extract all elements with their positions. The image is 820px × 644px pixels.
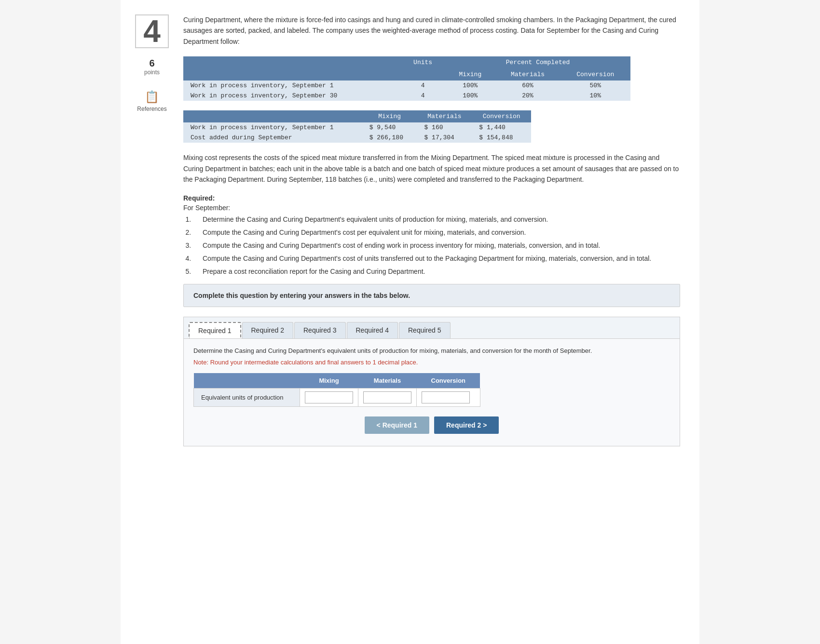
- answer-table: Mixing Materials Conversion Equivalent u…: [193, 373, 480, 407]
- cost-materials-header: Materials: [417, 110, 472, 122]
- materials-input-cell[interactable]: [358, 388, 417, 406]
- mixing-answer-input[interactable]: [305, 391, 353, 403]
- empty-subheader: [183, 68, 400, 80]
- row2-materials: 20%: [495, 91, 560, 101]
- percent-completed-table: Units Percent Completed Mixing Materials…: [183, 56, 630, 101]
- references-section[interactable]: 📋 References: [137, 90, 166, 112]
- next-button[interactable]: Required 2 >: [434, 416, 499, 434]
- conversion-input-cell[interactable]: [417, 388, 480, 406]
- table-row: Cost added during September $ 266,180 $ …: [183, 133, 531, 143]
- cost-row1-materials: $ 160: [417, 122, 472, 133]
- mixing-header: Mixing: [445, 68, 495, 80]
- cost-row2-materials: $ 17,304: [417, 133, 472, 143]
- answer-conversion-header: Conversion: [417, 373, 480, 389]
- answer-mixing-header: Mixing: [300, 373, 358, 389]
- note-text: Note: Round your intermediate calculatio…: [193, 359, 670, 366]
- materials-header: Materials: [495, 68, 560, 80]
- points-section: 6 points: [144, 58, 160, 76]
- prev-button[interactable]: < Required 1: [365, 416, 429, 434]
- equivalent-units-label: Equivalent units of production: [194, 388, 300, 406]
- cost-row2-mixing: $ 266,180: [362, 133, 417, 143]
- required-subtitle: For September:: [183, 204, 680, 212]
- list-item: Compute the Casing and Curing Department…: [193, 228, 680, 238]
- list-item: Compute the Casing and Curing Department…: [193, 254, 680, 264]
- cost-conversion-header: Conversion: [472, 110, 531, 122]
- nav-buttons: < Required 1 Required 2 >: [193, 416, 670, 439]
- cost-row1-label: Work in process inventory, September 1: [183, 122, 362, 133]
- percent-completed-header: Percent Completed: [445, 56, 630, 68]
- points-number: 6: [144, 58, 160, 69]
- tab-required-3[interactable]: Required 3: [294, 322, 346, 338]
- answer-materials-header: Materials: [358, 373, 417, 389]
- answer-row: Equivalent units of production: [194, 388, 480, 406]
- row1-mixing: 100%: [445, 80, 495, 91]
- conversion-answer-input[interactable]: [422, 391, 470, 403]
- row1-materials: 60%: [495, 80, 560, 91]
- empty-header: [183, 56, 400, 68]
- tab-required-4[interactable]: Required 4: [347, 322, 398, 338]
- question-number: 4: [135, 14, 169, 48]
- row2-conversion: 10%: [560, 91, 631, 101]
- row1-units: 4: [400, 80, 445, 91]
- materials-answer-input[interactable]: [363, 391, 411, 403]
- intro-text: Curing Department, where the mixture is …: [183, 14, 680, 47]
- row1-label: Work in process inventory, September 1: [183, 80, 400, 91]
- cost-row2-label: Cost added during September: [183, 133, 362, 143]
- complete-box-title: Complete this question by entering your …: [193, 292, 670, 299]
- tabs-container: Required 1 Required 2 Required 3 Require…: [183, 317, 680, 446]
- tab-required-1[interactable]: Required 1: [189, 322, 241, 338]
- row2-units: 4: [400, 91, 445, 101]
- list-item: Compute the Casing and Curing Department…: [193, 241, 680, 251]
- content-area: Curing Department, where the mixture is …: [174, 10, 690, 451]
- tab-required-5[interactable]: Required 5: [399, 322, 451, 338]
- complete-question-box: Complete this question by entering your …: [183, 284, 680, 307]
- references-label: References: [137, 106, 166, 112]
- tab-required-2[interactable]: Required 2: [242, 322, 294, 338]
- mixing-input-cell[interactable]: [300, 388, 358, 406]
- units-header: Units: [400, 56, 445, 68]
- cost-row1-conversion: $ 1,440: [472, 122, 531, 133]
- cost-mixing-header: Mixing: [362, 110, 417, 122]
- cost-empty-header: [183, 110, 362, 122]
- cost-table: Mixing Materials Conversion Work in proc…: [183, 110, 531, 143]
- row2-mixing: 100%: [445, 91, 495, 101]
- mixing-description: Mixing cost represents the costs of the …: [183, 152, 680, 185]
- copy-icon: 📋: [145, 90, 159, 104]
- points-label: points: [144, 69, 160, 76]
- tabs-header: Required 1 Required 2 Required 3 Require…: [184, 317, 680, 339]
- row2-label: Work in process inventory, September 30: [183, 91, 400, 101]
- required-section: Required: For September: Determine the C…: [183, 194, 680, 277]
- tab-content-area: Determine the Casing and Curing Departme…: [184, 339, 680, 446]
- conversion-header: Conversion: [560, 68, 631, 80]
- required-title: Required:: [183, 194, 680, 202]
- table-row: Work in process inventory, September 1 4…: [183, 80, 630, 91]
- answer-empty-header: [194, 373, 300, 389]
- table-row: Work in process inventory, September 1 $…: [183, 122, 531, 133]
- cost-row1-mixing: $ 9,540: [362, 122, 417, 133]
- list-item: Determine the Casing and Curing Departme…: [193, 215, 680, 225]
- table-row: Work in process inventory, September 30 …: [183, 91, 630, 101]
- left-sidebar: 4 6 points 📋 References: [130, 10, 174, 451]
- cost-row2-conversion: $ 154,848: [472, 133, 531, 143]
- row1-conversion: 50%: [560, 80, 631, 91]
- required-list: Determine the Casing and Curing Departme…: [183, 215, 680, 277]
- list-item: Prepare a cost reconciliation report for…: [193, 267, 680, 277]
- tab-description: Determine the Casing and Curing Departme…: [193, 346, 670, 356]
- units-subheader: [400, 68, 445, 80]
